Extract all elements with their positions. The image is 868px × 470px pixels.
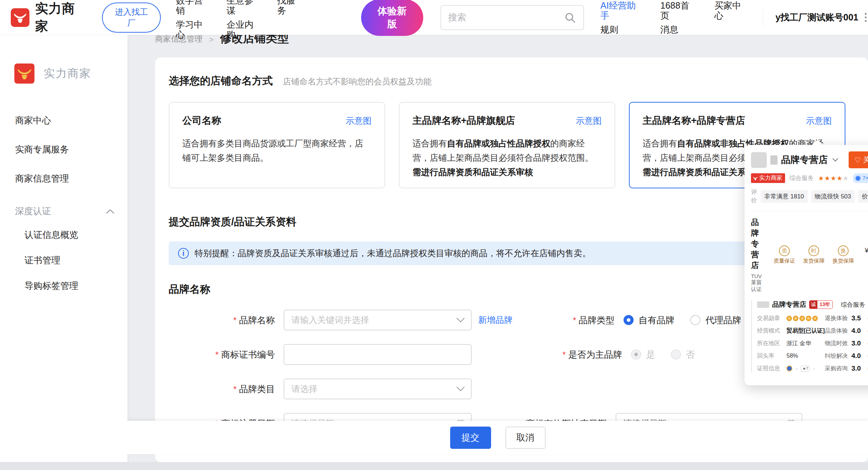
stat-business-mode: 经营模式 贸易型[已认证] [757,327,825,335]
radio-dot-disabled-selected [631,349,641,359]
header-search[interactable] [440,5,584,30]
demo-image-link[interactable]: 示意图 [576,115,602,127]
medal-icons: A A A A A [787,316,818,321]
sidebar-item-merchant-center[interactable]: 商家中心 [0,106,127,135]
stat-value: 浙江 金华 [787,340,811,347]
sidebar-item-merchant-info[interactable]: 商家信息管理 [0,164,127,193]
link-col-1688: 1688首页 消息 [661,0,695,34]
stats-right-column: 退换体验 3.5 品质体验 4.0 物流时效 3.0 [825,314,868,372]
cert-no-field[interactable] [284,344,472,365]
heart-icon: ♡ [854,156,861,164]
bull-icon [13,11,27,24]
brand-name-label: 品牌名称 [169,314,275,326]
sidebar-item-cert-management[interactable]: 证书管理 [0,248,127,273]
stat-purchase-consult: 采购咨询 3.0 [825,365,868,372]
stat-trade-medals: 交易勋章 A A A A A [757,314,825,322]
nav-learning-center[interactable]: 学习中心 [176,19,209,39]
demo-image-link[interactable]: 示意图 [806,115,832,127]
card-desc-pre: 适合拥有 [412,138,447,148]
stats-shop-name: 品牌专营店 [772,300,806,309]
link-1688-home[interactable]: 1688首页 [661,0,695,20]
shipping-icon: 时 [808,245,819,256]
cert-no-label: 商标证书编号 [169,349,275,361]
stat-license-info: 证照信息 › ★7 › [757,365,825,372]
license-emblem-icon[interactable] [787,366,792,371]
nav-business-advisor[interactable]: 生意参谋 [227,0,259,15]
license-star-box[interactable]: ★7 [801,366,809,372]
submit-button[interactable]: 提交 [450,427,491,449]
sidebar-item-cert-overview[interactable]: 认证信息概览 [0,222,127,248]
radio-agent-brand[interactable]: 代理品牌 [690,314,741,326]
quality-icon: 质 [779,245,790,256]
card-flagship-store[interactable]: 主品牌名称+品牌旗舰店 示意图 适合拥有自有品牌或独占性品牌授权的商家经营，店铺… [399,102,615,188]
nav-digital-marketing[interactable]: 数字营销 [176,0,209,15]
bull-icon [753,176,758,181]
popup-badges-row: 实力商家 综合服务 ★★★★★ 7×24H响应 [751,173,868,183]
stats-header: 品牌专营店 诚 13年 综合服务 ★★★★★ [757,300,868,309]
stat-logistics: 物流时效 3.0 [825,339,868,347]
brand-name: 实力商家 [35,0,85,35]
stat-label: 证照信息 [757,365,783,372]
cancel-button[interactable]: 取消 [505,427,546,449]
link-buyer-center[interactable]: 买家中心 [714,0,747,20]
naming-hint: 店铺命名方式不影响您的会员权益及功能 [283,76,431,87]
sidebar-item-exclusive-services[interactable]: 实商专属服务 [0,135,127,164]
stat-score: 4.0 [851,327,864,335]
review-tag[interactable]: 非常满意 1810 [761,190,808,203]
radio-dot-selected [624,315,634,325]
card-title: 公司名称 [182,114,221,127]
radio-own-brand[interactable]: 自有品牌 [624,314,675,326]
link-col-buyer: 买家中心 [714,0,747,34]
review-tag[interactable]: 价格便宜 332 [858,190,868,203]
sidebar-section-deep-cert[interactable]: 深度认证 [0,193,127,222]
card-title: 主品牌名称+品牌专营店 [643,114,745,127]
guarantee-shipping: 时 发货保障 [803,245,825,264]
review-tag[interactable]: 物流很快 503 [811,190,855,203]
enter-factory-button[interactable]: 进入找工厂 [102,3,161,33]
search-input[interactable] [448,12,564,23]
account-menu-icon[interactable] [863,11,868,23]
cert-no-input[interactable] [284,344,472,365]
card-desc-text: 适合拥有多类目商品货源或工厂型商家经营，店铺可上架多类目商品。 [182,138,363,163]
popup-review-row: 评价 非常满意 1810 物流很快 503 价格便宜 332 质量很好 308 [751,188,868,205]
stat-return-rate: 回头率 58% [757,352,825,360]
sidebar-item-guide-tags[interactable]: 导购标签管理 [0,273,127,299]
service-stars: ★★★★★ [818,174,849,182]
card-desc-bold2: 需进行品牌资质和品证关系审核 [412,167,533,177]
sidebar-menu: 商家中心 实商专属服务 商家信息管理 深度认证 认证信息概览 证书管理 导购标签… [0,106,127,299]
follow-button[interactable]: ♡ 关注 [849,151,868,168]
sidebar-brand-name: 实力商家 [44,66,91,81]
chevron-up-icon [106,209,115,214]
nav-find-services[interactable]: 找服务 [277,0,302,15]
account-name[interactable]: y找工厂测试账号001 [775,11,858,23]
link-ai-assistant[interactable]: AI经营助手 [601,0,641,20]
brand-type-label: 品牌类型 [513,314,615,326]
card-company-name[interactable]: 公司名称 示意图 适合拥有多类目商品货源或工厂型商家经营，店铺可上架多类目商品。 [169,102,385,188]
chevron-down-icon [456,386,465,392]
sidebar: 实力商家 商家中心 实商专属服务 商家信息管理 深度认证 认证信息概览 证书管理… [0,35,127,462]
category-placeholder[interactable]: 请选择 [284,379,472,399]
demo-image-link[interactable]: 示意图 [346,115,372,127]
add-brand-link[interactable]: 新增品牌 [478,314,513,326]
popup-stats-block: 品牌专营店 诚 13年 综合服务 ★★★★★ 交易勋章 [751,300,868,372]
brand-name-input[interactable] [284,310,472,330]
link-rules[interactable]: 规则 [601,24,641,34]
brand-name-select[interactable] [284,310,472,330]
link-messages[interactable]: 消息 [661,24,695,34]
top-header: 实力商家 进入找工厂 数字营销 学习中心 生意参谋 企业内购 找服务 体验新版 [0,0,868,35]
search-icon[interactable] [564,11,576,24]
deposit-amount: ¥15,976.35 [865,246,868,254]
radio-is-main-yes: 是 [631,349,655,361]
nav-enterprise-purchase[interactable]: 企业内购 [227,19,259,39]
category-select[interactable]: 请选择 [284,379,472,399]
medal-icon: A [787,316,792,321]
bull-icon [17,66,32,81]
review-label: 评价 [751,188,757,205]
main-content: 商家信息管理 > 修改店铺类型 选择您的店铺命名方式 店铺命名方式不影响您的会员… [127,35,868,462]
response-icon [855,175,861,181]
stat-score: 4.0 [851,352,864,360]
try-new-version-button[interactable]: 体验新版 [361,0,423,36]
medal-icon: A [806,316,811,321]
card-desc-bold1: 自有品牌或独占性品牌授权 [447,138,550,148]
alert-text: 特别提醒：品牌资质及品证关系审核通过后，未通过品牌授权类目审核的商品，将不允许在… [195,248,591,259]
